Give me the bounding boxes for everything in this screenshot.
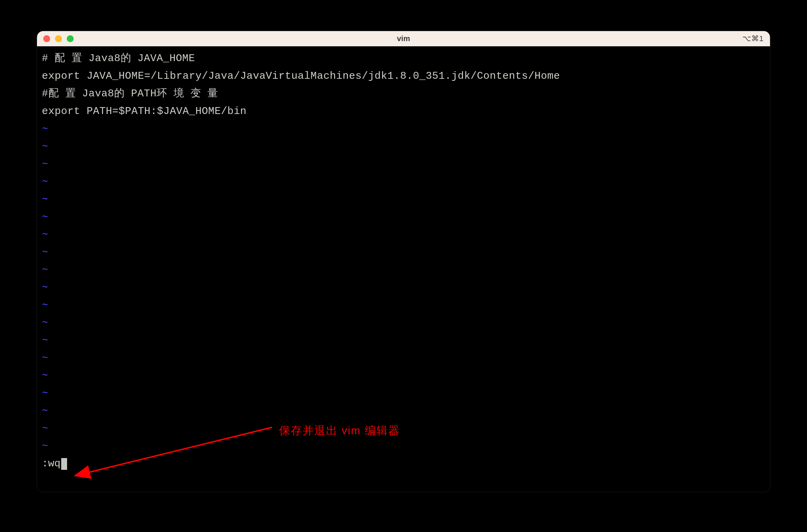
annotation-label: 保存并退出 vim 编辑器: [279, 421, 400, 440]
terminal-window: vim ⌥⌘1 # 配 置 Java8的 JAVA_HOME export JA…: [37, 31, 770, 492]
minimize-button[interactable]: [55, 35, 62, 42]
command-line[interactable]: :wq: [42, 455, 765, 473]
empty-line-tilde: ~: [42, 226, 765, 244]
empty-line-tilde: ~: [42, 191, 765, 208]
empty-line-tilde: ~: [42, 138, 765, 155]
empty-line-tilde: ~: [42, 367, 765, 384]
empty-line-tilde: ~: [42, 173, 765, 191]
empty-line-tilde: ~: [42, 261, 765, 279]
empty-line-tilde: ~: [42, 279, 765, 296]
empty-line-tilde: ~: [42, 314, 765, 332]
window-title: vim: [397, 34, 410, 43]
empty-line-tilde: ~: [42, 120, 765, 138]
editor-line: export JAVA_HOME=/Library/Java/JavaVirtu…: [42, 67, 765, 85]
maximize-button[interactable]: [67, 35, 74, 42]
empty-line-tilde: ~: [42, 155, 765, 173]
terminal-area[interactable]: # 配 置 Java8的 JAVA_HOME export JAVA_HOME=…: [37, 46, 770, 492]
empty-line-tilde: ~: [42, 332, 765, 349]
empty-line-tilde: ~: [42, 244, 765, 261]
close-button[interactable]: [43, 35, 50, 42]
empty-line-tilde: ~: [42, 296, 765, 314]
empty-line-tilde: ~: [42, 420, 765, 437]
cursor: [61, 458, 67, 470]
empty-line-tilde: ~: [42, 437, 765, 455]
command-text: :wq: [42, 455, 61, 473]
editor-line: #配 置 Java8的 PATH环 境 变 量: [42, 85, 765, 103]
hotkey-label: ⌥⌘1: [742, 34, 764, 43]
editor-line: export PATH=$PATH:$JAVA_HOME/bin: [42, 103, 765, 120]
traffic-lights: [43, 35, 74, 42]
empty-line-tilde: ~: [42, 349, 765, 367]
empty-line-tilde: ~: [42, 384, 765, 402]
empty-line-tilde: ~: [42, 402, 765, 420]
titlebar: vim ⌥⌘1: [37, 31, 770, 46]
empty-line-tilde: ~: [42, 208, 765, 226]
editor-line: # 配 置 Java8的 JAVA_HOME: [42, 50, 765, 67]
